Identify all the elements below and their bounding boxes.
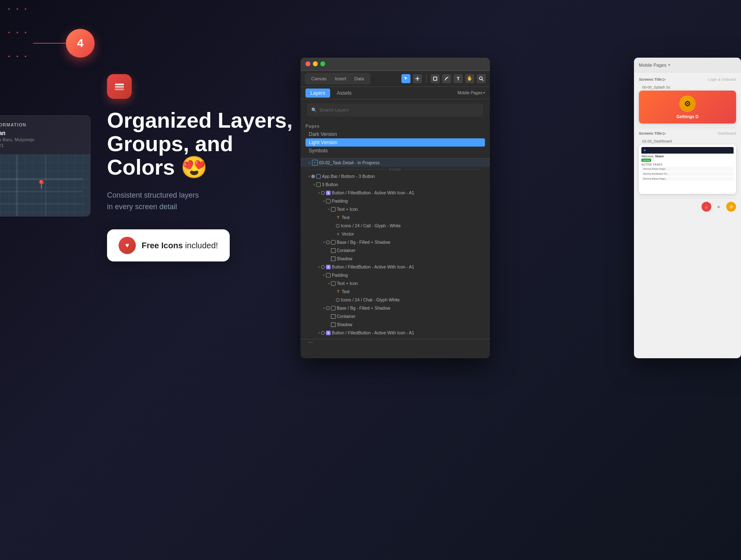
svg-marker-8 (404, 77, 408, 80)
splash-brand-text: Gethings D (676, 114, 698, 119)
filledbutton1-name: Button / FilledButton - Active With Icon… (332, 190, 414, 195)
layer-base-bg-1[interactable]: ▼ Base / Bg - Filled + Shadow (301, 238, 490, 246)
screen-entry-dashboard[interactable]: 02-00_Dashboard Welcome, Shaun Active AC… (639, 138, 736, 194)
info-label: ORMATION (0, 122, 84, 127)
search-layers-input[interactable]: 🔍 Search Layers (307, 103, 483, 117)
svg-rect-7 (115, 89, 124, 90)
layer-filledbutton-2[interactable]: ▼ S Button / FilledButton - Active With … (301, 263, 490, 271)
nav-list-icon[interactable]: ≡ (714, 202, 724, 212)
step-number: 4 (66, 29, 95, 58)
sketch-titlebar (301, 58, 490, 71)
arrow12: ▼ (322, 273, 326, 277)
arrow15 (332, 298, 336, 302)
dot (16, 8, 18, 10)
select-tool-btn[interactable] (401, 74, 410, 83)
shape-tool-btn[interactable] (431, 74, 440, 83)
left-info-panel: ORMATION an o Baru, Mulyorejo 21 📍 (0, 115, 91, 217)
layer-text-1[interactable]: T Text (301, 213, 490, 222)
layer-icons-chat[interactable]: Icons / 24 / Chat - Glyph White (301, 296, 490, 304)
window-maximize-button[interactable] (320, 61, 325, 66)
layer-texticon-2[interactable]: ▼ Text + Icon (301, 279, 490, 287)
info-address-line1: o Baru, Mulyorejo (0, 137, 84, 142)
toolbar-data-btn[interactable]: Data (351, 75, 367, 83)
badge-bold-text: Free Icons (142, 241, 183, 250)
page-item-dark[interactable]: Dark Version (305, 130, 485, 138)
dot (25, 56, 26, 57)
arrow9 (327, 248, 331, 252)
appbar-layer-name: App Bar / Bottom - 3 Button (322, 174, 375, 179)
home-icon: ⌂ (705, 205, 708, 209)
page-item-light[interactable]: Light Version (305, 138, 485, 147)
dash-task-items: Service Elizas Angin... Service kondenso… (641, 167, 734, 181)
screen-name-dashboard: 02-00_Dashboard (639, 138, 736, 145)
dot (8, 8, 10, 10)
shape-tool-icon (433, 76, 438, 81)
basebg1-name: Base / Bg - Filled + Shadow (337, 240, 390, 245)
section-divider (639, 128, 736, 128)
layer-row-appbar[interactable]: ▼ App Bar / Bottom - 3 Button (301, 172, 490, 180)
layer-row-3button[interactable]: ▼ 3 Button (301, 180, 490, 189)
layer-filledbutton-3[interactable]: ▼ S Button / FilledButton - Active With … (301, 329, 490, 337)
layer-base-bg-2[interactable]: ▼ Base / Bg - Filled + Shadow (301, 304, 490, 312)
pages-section: Pages Dark Version Light Version Symbols (301, 121, 490, 159)
zoom-tool-btn[interactable] (477, 74, 486, 83)
right-panel-header: Mobile Pages ▾ (634, 58, 741, 72)
layer-text-2[interactable]: T Text (301, 287, 490, 296)
dash-welcome: Welcome, Shaun (641, 155, 734, 158)
toolbar-insert-btn[interactable]: Insert (331, 75, 350, 83)
basebg2-icon (331, 306, 336, 310)
dash-task-2: Service kondensor An... (641, 172, 734, 176)
layer-shadow-1[interactable]: Shadow (301, 254, 490, 263)
layer-texticon-1[interactable]: ▼ Text + Icon (301, 205, 490, 213)
arrow17 (327, 314, 331, 318)
layer-shadow-2[interactable]: Shadow (301, 320, 490, 329)
padding2-name: Padding (332, 273, 348, 278)
layer-container-2[interactable]: Container (301, 312, 490, 320)
padding1-name: Padding (332, 198, 348, 203)
nav-gear-icon[interactable]: ⚙ (726, 202, 736, 212)
layer-filledbutton-1[interactable]: ▼ S Button / FilledButton - Active With … (301, 189, 490, 197)
text1-name: Text (342, 215, 350, 220)
artboard-header-row[interactable]: ▼ # 03-02_Task Detail - In Progress (301, 159, 490, 167)
window-minimize-button[interactable] (313, 61, 318, 66)
group-icon2 (326, 199, 331, 203)
layer-icons-call[interactable]: Icons / 24 / Call - Glyph - White (301, 222, 490, 230)
move-tool-btn[interactable] (413, 74, 422, 83)
page-item-symbols[interactable]: Symbols (305, 147, 485, 155)
screens-title-dash-label: Screens Title ▷ (639, 131, 666, 135)
dash-task-3: Service Elizas Angin... (641, 177, 734, 181)
screen-card-dashboard: Welcome, Shaun Active ACTIVE TASKS Servi… (639, 145, 736, 194)
layer-vector-1[interactable]: V Vector (301, 230, 490, 238)
filledbutton2-name: Button / FilledButton - Active With Icon… (332, 264, 414, 269)
layer-padding-1[interactable]: ▼ Padding (301, 197, 490, 205)
artboard-name-1: 03-03_task_detail-modal-update (319, 343, 488, 343)
heading-line1: Organized Layers, (107, 108, 293, 132)
dot (16, 32, 18, 33)
pen-tool-btn[interactable] (442, 74, 451, 83)
screen-entry-splash[interactable]: 00-00_Splash Sc ⚙ Gethings D (639, 84, 736, 124)
layer-padding-2[interactable]: ▼ Padding (301, 271, 490, 279)
dot (8, 32, 10, 33)
artboard-list-item-1[interactable]: 03-03_task_detail-modal-update (301, 341, 490, 343)
dashboard-content: Welcome, Shaun Active ACTIVE TASKS Servi… (639, 145, 736, 194)
fixed-divider-right (403, 169, 482, 170)
text-tool-btn[interactable]: T (454, 74, 463, 83)
pages-dropdown[interactable]: Mobile Pages ▾ (457, 91, 485, 95)
pen-tool-icon (444, 76, 449, 81)
center-content: Organized Layers, Groups, and Colors 😍 C… (107, 74, 296, 261)
layers-tab[interactable]: Layers (305, 89, 330, 98)
hand-tool-btn[interactable]: ✋ (465, 74, 474, 83)
sketch-nav-tabs: Layers Assets Mobile Pages ▾ (301, 87, 490, 99)
shadow-icon (331, 257, 336, 261)
mobile-preview-section: Screens Title ▷ Login & Onboard 00-00_Sp… (634, 72, 741, 217)
nav-home-icon[interactable]: ⌂ (701, 202, 711, 212)
right-panel-title: Mobile Pages (639, 63, 666, 68)
toolbar-canvas-btn[interactable]: Canvas (308, 75, 330, 83)
layer-container-1[interactable]: Container (301, 246, 490, 254)
assets-tab[interactable]: Assets (332, 89, 357, 98)
window-close-button[interactable] (305, 61, 310, 66)
heading-line3: Colors 😍 (107, 155, 207, 179)
sketch-window: Canvas Insert Data (301, 58, 490, 358)
sub-text-line1: Consistent structured layers (107, 191, 199, 199)
vis-dot4 (321, 331, 325, 335)
